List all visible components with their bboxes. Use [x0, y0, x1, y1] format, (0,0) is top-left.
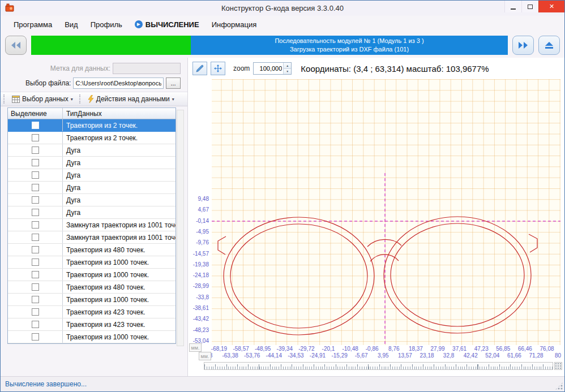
row-selection-cell — [8, 306, 63, 318]
x-axis-label: 3,95 — [378, 352, 388, 359]
resize-grip[interactable] — [555, 382, 563, 390]
play-icon: ▶ — [135, 20, 143, 28]
table-row[interactable]: Дуга — [8, 206, 176, 219]
row-datatype-cell: Дуга — [63, 144, 176, 156]
x-axis-label: -24,91 — [310, 352, 326, 359]
row-datatype-cell: Дуга — [63, 182, 176, 193]
table-row[interactable]: Траектория из 423 точек. — [8, 318, 176, 331]
close-icon: ✕ — [549, 3, 554, 10]
table-row[interactable]: Траектория из 480 точек. — [8, 281, 176, 294]
row-datatype-cell: Дуга — [63, 169, 176, 181]
y-axis-label: -19,38 — [193, 261, 209, 268]
row-selection-cell — [8, 219, 63, 231]
row-checkbox[interactable] — [32, 333, 39, 341]
zoom-label: zoom — [233, 64, 250, 72]
select-data-button[interactable]: Выбор данных ▾ — [8, 93, 76, 105]
row-checkbox[interactable] — [32, 246, 39, 253]
data-actions-button[interactable]: Действия над данными ▾ — [84, 93, 178, 105]
units-label-x: мм. — [199, 352, 211, 360]
menu-item-information[interactable]: Информация — [206, 18, 263, 31]
eject-button[interactable] — [538, 36, 560, 55]
row-checkbox[interactable] — [32, 259, 39, 266]
zoom-decrement-button[interactable]: ▼ — [284, 68, 291, 75]
edit-button[interactable] — [192, 62, 207, 75]
table-row[interactable]: Дуга — [8, 194, 176, 206]
table-row[interactable]: Дуга — [8, 182, 176, 194]
canvas-toolbar: zoom ▲ ▼ Координаты: (3,4 ; 63,314) масш… — [192, 61, 560, 76]
table-row[interactable]: Замкнутая траектория из 1001 точек. — [8, 219, 176, 231]
menu-bar: ПрограммаВидПрофиль▶ВЫЧИСЛЕНИЕИнформация — [1, 16, 564, 33]
close-button[interactable]: ✕ — [538, 1, 564, 12]
column-header-datatype[interactable]: ТипДанных — [63, 108, 176, 119]
x-axis-label: 18,37 — [409, 346, 423, 352]
menu-item-profile[interactable]: Профиль — [84, 18, 129, 31]
row-selection-cell — [8, 206, 63, 218]
table-row[interactable]: Траектория из 1000 точек. — [8, 256, 176, 269]
menu-item-calculation[interactable]: ▶ВЫЧИСЛЕНИЕ — [129, 18, 206, 31]
x-axis-label: 37,61 — [452, 346, 466, 352]
table-row[interactable]: Траектория из 1000 точек. — [8, 269, 176, 281]
zoom-increment-button[interactable]: ▲ — [284, 63, 291, 68]
row-checkbox[interactable] — [32, 122, 39, 129]
maximize-button[interactable] — [521, 1, 538, 12]
table-row[interactable]: Дуга — [8, 157, 176, 169]
table-row[interactable]: Траектория из 480 точек. — [8, 244, 176, 256]
menu-item-view[interactable]: Вид — [58, 18, 84, 31]
row-checkbox[interactable] — [32, 271, 39, 278]
browse-button[interactable]: ... — [166, 77, 181, 89]
file-label: Выбор файла: — [25, 79, 71, 87]
toolbar-grip — [3, 94, 6, 104]
table-row[interactable]: Траектория из 1000 точек. — [8, 294, 176, 306]
table-scrollbar[interactable] — [177, 110, 184, 346]
row-selection-cell — [8, 256, 63, 268]
drawing-canvas[interactable] — [212, 79, 560, 345]
row-checkbox[interactable] — [32, 296, 39, 303]
row-checkbox[interactable] — [32, 147, 39, 154]
x-axis-label: 52,04 — [485, 352, 499, 359]
table-row[interactable]: Траектория из 423 точек. — [8, 306, 176, 318]
table-row[interactable]: Дуга — [8, 169, 176, 182]
row-checkbox[interactable] — [32, 196, 39, 204]
data-actions-label: Действия над данными — [96, 95, 170, 103]
chevron-down-icon: ▾ — [172, 97, 174, 102]
row-datatype-cell: Траектория из 480 точек. — [63, 244, 176, 256]
menu-item-program[interactable]: Программа — [7, 18, 58, 31]
row-checkbox[interactable] — [32, 234, 39, 241]
row-selection-cell — [8, 331, 63, 343]
row-selection-cell — [8, 318, 63, 330]
pencil-icon — [196, 64, 204, 72]
x-axis-label: 61,66 — [507, 352, 521, 359]
data-table-body: Траектория из 2 точек.Траектория из 2 то… — [8, 119, 176, 343]
x-axis-label: 23,18 — [420, 352, 434, 359]
minimize-button[interactable] — [504, 1, 521, 12]
fast-forward-button[interactable] — [512, 36, 534, 55]
window-controls: ✕ — [504, 1, 564, 12]
zoom-spinner: ▲ ▼ — [253, 62, 292, 75]
progress-status-segment: Последовательность модулей № 1 (Модуль 1… — [191, 36, 508, 55]
row-checkbox[interactable] — [32, 321, 39, 328]
file-path-input[interactable] — [73, 77, 164, 89]
table-row[interactable]: Дуга — [8, 144, 176, 157]
rewind-button[interactable] — [5, 36, 27, 55]
table-row[interactable]: Замкнутая траектория из 1001 точек. — [8, 231, 176, 244]
pan-button[interactable] — [211, 62, 225, 75]
row-checkbox[interactable] — [32, 221, 39, 229]
row-checkbox[interactable] — [32, 209, 39, 216]
zoom-input[interactable] — [254, 63, 283, 74]
table-row[interactable]: Траектория из 2 точек. — [8, 132, 176, 144]
column-header-selection[interactable]: Выделение — [8, 108, 63, 119]
data-label-row: Метка для данных: — [1, 62, 187, 75]
row-checkbox[interactable] — [32, 308, 39, 316]
row-datatype-cell: Траектория из 1000 точек. — [63, 294, 176, 305]
row-checkbox[interactable] — [32, 159, 39, 166]
x-axis-label: -34,53 — [288, 352, 303, 359]
row-checkbox[interactable] — [32, 184, 39, 191]
row-checkbox[interactable] — [32, 171, 39, 179]
maximize-icon — [528, 5, 533, 9]
table-row[interactable]: Траектория из 1000 точек. — [8, 331, 176, 343]
row-checkbox[interactable] — [32, 134, 39, 141]
chevron-down-icon: ▾ — [71, 97, 73, 102]
table-row[interactable]: Траектория из 2 точек. — [8, 119, 176, 132]
x-axis-label: 8,76 — [388, 346, 399, 352]
row-checkbox[interactable] — [32, 283, 39, 291]
